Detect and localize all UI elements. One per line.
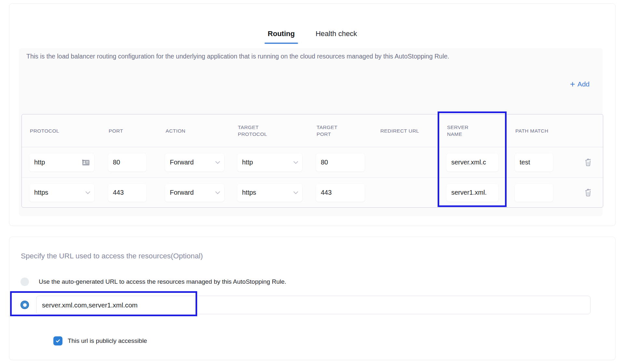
column-header-redirect-url: REDIRECT URL xyxy=(372,114,439,147)
protocol-value: http xyxy=(34,159,45,166)
auto-url-radio[interactable] xyxy=(20,278,29,286)
action-value: Forward xyxy=(170,159,194,166)
column-header-action: ACTION xyxy=(157,114,230,147)
delete-row-button[interactable] xyxy=(583,187,593,199)
check-icon xyxy=(55,338,61,344)
port-value: 443 xyxy=(113,189,124,196)
action-value: Forward xyxy=(170,189,194,196)
chevron-down-icon xyxy=(293,161,298,164)
table-row: http xyxy=(22,147,101,178)
server-name-value: server1.xml. xyxy=(451,189,487,196)
custom-url-input[interactable] xyxy=(36,296,591,314)
auto-url-option-row: Use the auto-generated URL to access the… xyxy=(20,278,286,286)
tab-health-check-label: Health check xyxy=(316,30,357,38)
port-field[interactable]: 80 xyxy=(108,153,146,172)
protocol-select[interactable]: https xyxy=(29,184,94,202)
column-header-target-port: TARGET PORT xyxy=(308,114,372,147)
column-header-port: PORT xyxy=(101,114,157,147)
column-header-protocol: PROTOCOL xyxy=(22,114,101,147)
public-access-row: This url is publicly accessible xyxy=(53,336,147,345)
target-protocol-value: https xyxy=(242,189,256,196)
tab-routing-label: Routing xyxy=(268,30,295,38)
action-select[interactable]: Forward xyxy=(165,153,224,172)
plus-icon: + xyxy=(570,80,575,88)
url-section-title: Specify the URL used to access the resou… xyxy=(21,252,203,260)
delete-row-button[interactable] xyxy=(583,156,593,169)
tab-routing[interactable]: Routing xyxy=(265,29,298,44)
tab-health-check[interactable]: Health check xyxy=(312,29,360,44)
table-row: https xyxy=(22,178,101,207)
chevron-down-icon xyxy=(215,161,220,164)
target-port-value: 443 xyxy=(321,189,332,196)
auto-url-label: Use the auto-generated URL to access the… xyxy=(39,278,286,285)
column-header-target-protocol: TARGET PROTOCOL xyxy=(230,114,308,147)
routing-config-panel: This is the load balancer routing config… xyxy=(19,48,603,216)
contact-card-icon xyxy=(82,159,90,166)
trash-icon xyxy=(584,158,592,167)
routing-table: PROTOCOL PORT ACTION TARGET PROTOCOL TAR… xyxy=(21,114,603,208)
chevron-down-icon xyxy=(86,191,90,194)
path-match-value: test xyxy=(520,159,530,166)
protocol-value: https xyxy=(34,189,48,196)
port-value: 80 xyxy=(113,159,120,166)
column-header-server-name: SERVER NAME xyxy=(439,114,507,147)
add-button-label: Add xyxy=(578,80,590,88)
chevron-down-icon xyxy=(293,191,298,194)
port-field[interactable]: 443 xyxy=(108,184,146,202)
target-protocol-value: http xyxy=(242,159,253,166)
redirect-url-cell xyxy=(372,147,439,178)
routing-description: This is the load balancer routing config… xyxy=(26,52,454,61)
target-port-value: 80 xyxy=(321,159,328,166)
public-access-checkbox[interactable] xyxy=(53,336,62,345)
action-select[interactable]: Forward xyxy=(165,184,224,202)
server-name-field[interactable]: server.xml.c xyxy=(446,153,498,172)
column-header-actions xyxy=(573,114,603,147)
page: Routing Health check This is the load ba… xyxy=(0,0,626,364)
target-port-field[interactable]: 443 xyxy=(316,184,365,202)
target-protocol-select[interactable]: https xyxy=(237,184,302,202)
protocol-field[interactable]: http xyxy=(29,153,94,172)
path-match-field[interactable]: test xyxy=(515,153,553,172)
chevron-down-icon xyxy=(215,191,220,194)
column-header-path-match: PATH MATCH xyxy=(507,114,573,147)
trash-icon xyxy=(584,188,592,198)
tab-bar: Routing Health check xyxy=(9,29,615,44)
routing-card: Routing Health check This is the load ba… xyxy=(9,3,616,226)
custom-url-option-row xyxy=(20,296,591,314)
server-name-value: server.xml.c xyxy=(451,159,486,166)
public-access-label: This url is publicly accessible xyxy=(68,337,147,344)
redirect-url-cell xyxy=(372,178,439,207)
server-name-field[interactable]: server1.xml. xyxy=(446,184,498,202)
custom-url-radio[interactable] xyxy=(20,301,29,309)
url-card: Specify the URL used to access the resou… xyxy=(9,237,616,360)
target-protocol-select[interactable]: http xyxy=(237,153,302,172)
path-match-field[interactable] xyxy=(515,184,553,202)
add-button[interactable]: + Add xyxy=(570,80,590,88)
target-port-field[interactable]: 80 xyxy=(316,153,365,172)
